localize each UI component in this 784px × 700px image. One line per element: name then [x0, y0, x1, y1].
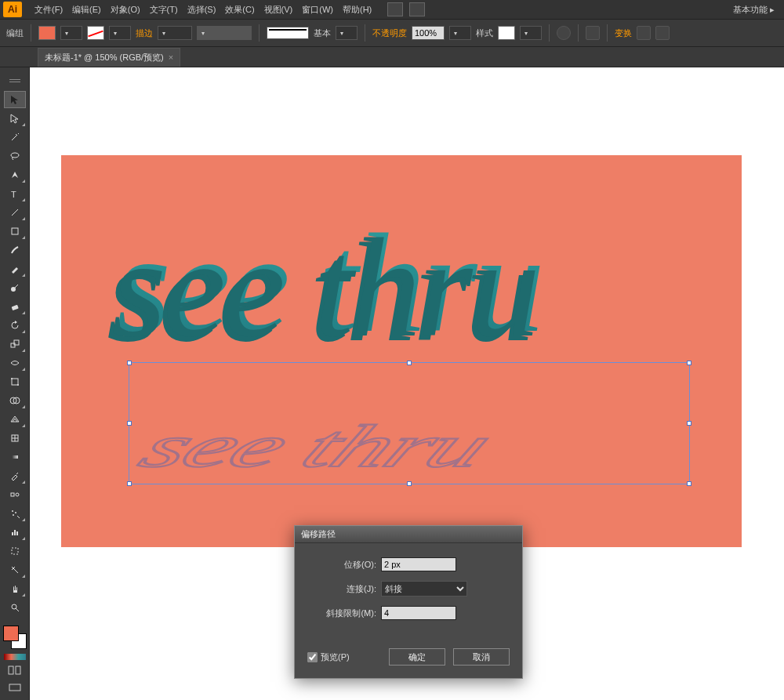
cancel-button[interactable]: 取消	[453, 648, 510, 666]
svg-line-4	[12, 209, 18, 216]
paintbrush-tool[interactable]	[4, 241, 26, 259]
handle-tl[interactable]	[127, 361, 132, 365]
close-icon[interactable]: ×	[169, 53, 173, 62]
hand-tool[interactable]	[4, 580, 26, 597]
eraser-tool[interactable]	[4, 298, 26, 315]
menu-type[interactable]: 文字(T)	[145, 4, 183, 16]
menu-view[interactable]: 视图(V)	[260, 4, 298, 16]
document-tab[interactable]: 未标题-1* @ 150% (RGB/预览) ×	[38, 48, 180, 67]
menu-object[interactable]: 对象(O)	[106, 4, 145, 16]
stroke-label[interactable]: 描边	[136, 27, 153, 39]
layout-icon[interactable]	[387, 2, 403, 16]
offset-input[interactable]	[381, 557, 456, 571]
svg-text:T: T	[11, 190, 16, 199]
rectangle-tool[interactable]	[4, 223, 26, 240]
svg-rect-24	[12, 532, 13, 535]
svg-rect-26	[16, 531, 18, 535]
perspective-tool[interactable]	[4, 411, 26, 428]
handle-mt[interactable]	[407, 361, 412, 365]
menu-file[interactable]: 文件(F)	[30, 4, 67, 16]
style-swatch[interactable]	[498, 26, 515, 40]
handle-br[interactable]	[687, 481, 691, 486]
profile-combo[interactable]	[197, 26, 252, 40]
gradient-tool[interactable]	[4, 448, 26, 466]
svg-rect-30	[9, 666, 13, 674]
handle-bl[interactable]	[127, 481, 132, 486]
menu-select[interactable]: 选择(S)	[183, 4, 221, 16]
preview-label: 预览(P)	[321, 651, 350, 663]
fill-proxy[interactable]	[3, 626, 19, 641]
line-tool[interactable]	[4, 204, 26, 221]
arrange-icon[interactable]	[409, 2, 425, 16]
brush-dropdown[interactable]	[336, 26, 358, 40]
rotate-tool[interactable]	[4, 317, 26, 334]
screen-mode[interactable]	[4, 680, 26, 695]
transform-label[interactable]: 变换	[615, 27, 632, 39]
opacity-dropdown[interactable]	[449, 26, 471, 40]
menu-help[interactable]: 帮助(H)	[338, 4, 376, 16]
symbol-sprayer-tool[interactable]	[4, 505, 26, 522]
isolate-icon[interactable]	[637, 26, 651, 40]
ok-button[interactable]: 确定	[389, 648, 445, 666]
join-select[interactable]: 斜接	[381, 581, 467, 597]
align-icon[interactable]	[586, 26, 600, 40]
pencil-tool[interactable]	[4, 260, 26, 277]
offset-path-dialog: 偏移路径 位移(O): 连接(J): 斜接 斜接限制(M): 预览(P) 确定 …	[294, 525, 523, 679]
document-tabbar: 未标题-1* @ 150% (RGB/预览) ×	[0, 47, 784, 67]
graph-tool[interactable]	[4, 524, 26, 541]
handle-ml[interactable]	[127, 421, 132, 426]
handle-mb[interactable]	[407, 481, 412, 486]
clip-icon[interactable]	[655, 26, 670, 40]
stroke-weight-combo[interactable]	[158, 26, 192, 40]
recolor-icon[interactable]	[557, 26, 571, 40]
shape-builder-tool[interactable]	[4, 392, 26, 409]
svg-rect-27	[12, 548, 18, 554]
artboard-tool[interactable]	[4, 542, 26, 560]
stroke-swatch[interactable]	[87, 26, 104, 40]
brush-preview[interactable]	[267, 27, 309, 39]
blob-brush-tool[interactable]	[4, 279, 26, 296]
fill-stroke-proxy[interactable]	[3, 626, 27, 649]
selection-tool[interactable]	[4, 91, 26, 108]
type-tool[interactable]: T	[4, 185, 26, 202]
preview-checkbox[interactable]	[307, 652, 318, 662]
blend-tool[interactable]	[4, 486, 26, 503]
free-transform-tool[interactable]	[4, 373, 26, 390]
svg-point-11	[11, 378, 13, 379]
toolbox-grip[interactable]	[4, 72, 26, 89]
draw-mode[interactable]	[4, 663, 26, 677]
scale-tool[interactable]	[4, 335, 26, 353]
dialog-titlebar[interactable]: 偏移路径	[295, 526, 522, 543]
selection-bounds[interactable]	[129, 362, 690, 484]
menu-window[interactable]: 窗口(W)	[297, 4, 338, 16]
zoom-tool[interactable]	[4, 599, 26, 616]
pen-tool[interactable]	[4, 166, 26, 183]
svg-rect-0	[9, 79, 20, 80]
handle-mr[interactable]	[687, 421, 691, 426]
magic-wand-tool[interactable]	[4, 129, 26, 146]
color-mode-strip[interactable]	[4, 654, 26, 660]
lasso-tool[interactable]	[4, 147, 26, 165]
slice-tool[interactable]	[4, 561, 26, 578]
app-logo: Ai	[3, 2, 22, 17]
menu-edit[interactable]: 编辑(E)	[67, 4, 106, 16]
stroke-swatch-dropdown[interactable]	[109, 26, 131, 40]
workspace-switcher[interactable]: 基本功能 ▸	[727, 2, 781, 17]
direct-selection-tool[interactable]	[4, 110, 26, 127]
fill-dropdown[interactable]	[60, 26, 82, 40]
style-dropdown[interactable]	[520, 26, 542, 40]
svg-point-12	[17, 384, 19, 386]
preview-checkbox-wrap[interactable]: 预览(P)	[307, 651, 350, 663]
handle-tr[interactable]	[687, 361, 691, 365]
svg-point-21	[12, 510, 13, 512]
menu-effect[interactable]: 效果(C)	[220, 4, 259, 16]
svg-line-29	[16, 608, 19, 611]
mesh-tool[interactable]	[4, 430, 26, 447]
width-tool[interactable]	[4, 354, 26, 372]
opacity-label[interactable]: 不透明度	[372, 27, 407, 39]
selection-type-label: 编组	[6, 27, 24, 39]
opacity-value[interactable]: 100%	[412, 26, 445, 40]
eyedropper-tool[interactable]	[4, 467, 26, 484]
fill-swatch[interactable]	[38, 26, 56, 40]
miter-input[interactable]	[381, 606, 456, 620]
